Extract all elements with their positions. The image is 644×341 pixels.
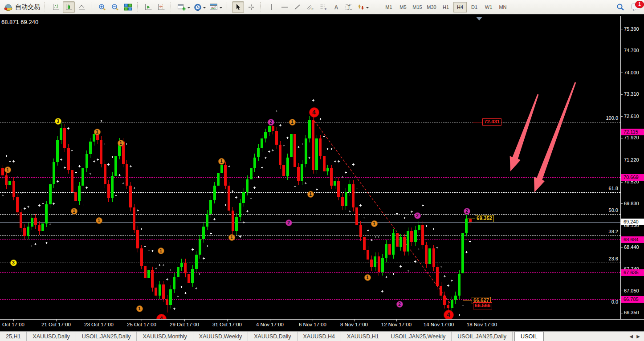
date-axis-label: 8 Nov 17:00 (340, 322, 368, 327)
wave-marker-1: 1 (96, 217, 102, 224)
candle-body (89, 142, 92, 154)
horizontal-line-button[interactable] (278, 1, 290, 13)
candle-body (93, 134, 95, 142)
sar-dot (162, 264, 164, 266)
timeframe-button-d1[interactable]: D1 (468, 2, 481, 12)
price-tag[interactable]: 66.566 (473, 302, 492, 309)
tab-scroll-left-icon[interactable]: ◀ (628, 334, 635, 339)
fibonacci-level-label: 100.0 (606, 115, 618, 121)
sar-dot (316, 188, 318, 191)
chevron-down-icon[interactable] (203, 7, 206, 10)
candle-body (206, 214, 208, 227)
date-axis-label: 21 Oct 17:00 (41, 322, 71, 327)
candle-body (147, 270, 150, 278)
chart-area[interactable]: 68.871 69.240 100.061.850.038.223.60.013… (0, 16, 620, 320)
search-button[interactable] (614, 1, 626, 13)
timeframe-button-mn[interactable]: MN (496, 2, 509, 12)
price-tag[interactable]: 69.352 (475, 215, 494, 222)
date-axis-tick (227, 320, 228, 321)
tab-xauusd-daily[interactable]: XAUUSD,Daily (248, 332, 297, 341)
periods-button[interactable] (192, 1, 207, 13)
wave-marker-2: 2 (414, 212, 421, 219)
sar-dot (399, 265, 402, 268)
candle-body (202, 227, 205, 239)
sar-dot (338, 160, 340, 162)
shift-icon (157, 4, 166, 11)
auto-scroll-button[interactable] (143, 1, 155, 13)
chat-button[interactable]: 1 (631, 3, 641, 12)
chart-shift-button[interactable] (155, 1, 167, 13)
sar-dot (436, 247, 438, 249)
price-tag[interactable]: 72.431 (482, 118, 501, 126)
new-order-button[interactable] (176, 1, 192, 13)
sar-dot (27, 206, 29, 208)
tile-windows-button[interactable] (122, 1, 134, 13)
sar-dot (53, 203, 55, 205)
candle-body (56, 140, 59, 162)
line-chart-button[interactable] (76, 1, 88, 13)
sar-dot (286, 137, 289, 139)
chevron-down-icon[interactable] (366, 7, 369, 10)
label-button[interactable]: T (343, 1, 355, 13)
zoom-out-button[interactable] (109, 1, 121, 13)
text-button[interactable]: A (330, 1, 342, 13)
candle-body (232, 211, 234, 231)
timeframe-button-m5[interactable]: M5 (396, 2, 410, 12)
sar-dot (49, 223, 51, 225)
candle-body (315, 138, 318, 170)
tab-xauusd-h4[interactable]: XAUUSD,H4 (298, 332, 342, 341)
candle-body (297, 167, 300, 181)
cursor-button[interactable] (232, 1, 244, 13)
channel-button[interactable]: E (304, 1, 316, 13)
price-axis[interactable]: 75.39074.70074.00073.31072.61071.92071.2… (620, 16, 644, 320)
arrows-button[interactable] (356, 1, 370, 13)
sar-dot (253, 187, 256, 189)
fibonacci-button[interactable]: F (317, 1, 329, 13)
vertical-line-button[interactable] (265, 1, 277, 13)
indicators-button[interactable] (208, 1, 224, 13)
tab-xauusd-weekly[interactable]: XAUUSD,Weekly (193, 332, 248, 341)
candle-body (421, 225, 424, 245)
candlestick-chart-button[interactable] (63, 1, 75, 13)
tab-scroll-right-icon[interactable]: ▶ (635, 334, 642, 339)
tab-usoil-jan25-daily[interactable]: USOIL.JAN25,Daily (76, 332, 137, 341)
candle-body (458, 274, 461, 296)
timeframe-button-h1[interactable]: H1 (439, 2, 452, 12)
sar-dot (371, 239, 373, 241)
timeframe-button-h4[interactable]: H4 (453, 2, 467, 12)
chevron-down-icon[interactable] (187, 7, 190, 10)
trendline-button[interactable] (291, 1, 303, 13)
timeframe-button-m15[interactable]: M15 (411, 2, 424, 12)
timeframe-button-w1[interactable]: W1 (482, 2, 495, 12)
bar-chart-button[interactable] (50, 1, 62, 13)
tab-xauusd-daily[interactable]: XAUUSD,Daily (27, 332, 76, 341)
chevron-down-icon[interactable] (220, 7, 222, 10)
tab-xauusd-h1[interactable]: XAUUSD,H1 (341, 332, 385, 341)
wave-marker-2: 2 (268, 119, 274, 126)
candle-body (8, 181, 11, 185)
tab-usoil-jan25-weekly[interactable]: USOIL.JAN25,Weekly (385, 332, 452, 341)
algo-trading-button[interactable]: 自动交易 (2, 1, 41, 13)
cursor-icon (235, 4, 242, 11)
price-axis-label: 73.310 (624, 91, 639, 97)
price-axis-label: 75.390 (624, 26, 639, 32)
candle-body (246, 179, 249, 192)
tab-xauusd-monthly[interactable]: XAUUSD,Monthly (137, 332, 193, 341)
tab-25-h1[interactable]: 25,H1 (0, 332, 27, 341)
candle-body (27, 227, 29, 236)
sar-dot (283, 145, 285, 147)
crosshair-button[interactable] (245, 1, 257, 13)
date-axis[interactable]: Oct 17:0021 Oct 17:0023 Oct 17:0025 Oct … (0, 320, 644, 331)
zoom-in-button[interactable] (96, 1, 108, 13)
sar-dot (195, 287, 197, 289)
price-axis-tick (621, 291, 623, 291)
timeframe-button-m30[interactable]: M30 (425, 2, 438, 12)
date-axis-tick (439, 320, 439, 321)
tab-usoil[interactable]: USOIL (514, 332, 544, 341)
candle-body (367, 250, 369, 260)
timeframe-button-m1[interactable]: M1 (382, 2, 395, 12)
horizontal-price-line (0, 299, 620, 300)
candle-body (461, 233, 464, 274)
tab-usoil-jan25-daily[interactable]: USOIL.JAN25,Daily (452, 332, 513, 341)
sar-dot (352, 163, 355, 166)
